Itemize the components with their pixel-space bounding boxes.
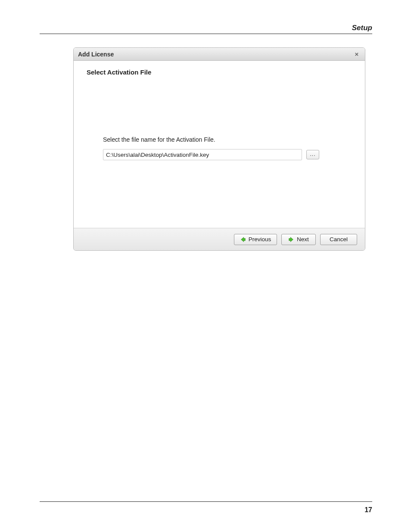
section-heading: Select Activation File: [87, 68, 352, 76]
dialog-body: Select Activation File Select the file n…: [74, 61, 365, 228]
add-license-dialog: Add License × Select Activation File Sel…: [73, 47, 365, 251]
previous-button-label: Previous: [249, 236, 271, 243]
arrow-right-icon: [288, 236, 294, 243]
next-button-label: Next: [297, 236, 309, 243]
cancel-button[interactable]: Cancel: [320, 234, 357, 245]
page-header-label: Setup: [352, 24, 372, 32]
close-icon[interactable]: ×: [353, 51, 361, 57]
next-button[interactable]: Next: [281, 234, 316, 245]
previous-button[interactable]: Previous: [234, 234, 277, 245]
file-select-row: ...: [103, 149, 352, 160]
instruction-text: Select the file name for the Activation …: [103, 136, 352, 143]
dialog-titlebar: Add License ×: [74, 48, 365, 61]
browse-button[interactable]: ...: [306, 150, 319, 159]
dialog-title: Add License: [78, 51, 353, 58]
cancel-button-label: Cancel: [330, 236, 348, 243]
arrow-left-icon: [240, 236, 246, 243]
page-number: 17: [364, 506, 372, 514]
dialog-footer: Previous Next Cancel: [74, 228, 365, 250]
document-page: Setup Add License × Select Activation Fi…: [0, 0, 411, 532]
page-header: Setup: [40, 24, 372, 33]
activation-file-input[interactable]: [103, 149, 302, 160]
header-rule: [40, 34, 372, 34]
footer-rule: [40, 501, 372, 502]
